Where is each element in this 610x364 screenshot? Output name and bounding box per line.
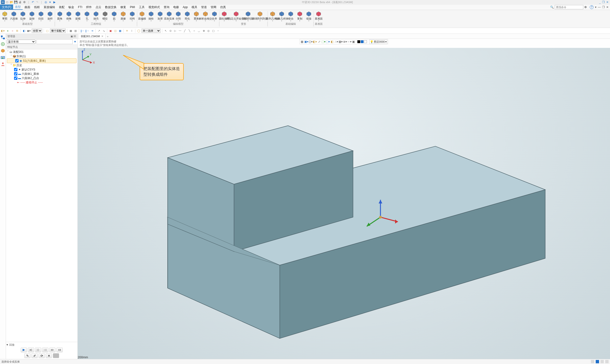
playback-reset-button[interactable]: ⟳	[39, 353, 45, 358]
vt-wire-icon[interactable]: ▦	[300, 40, 304, 44]
tb-circle-icon[interactable]: ◯	[137, 29, 141, 33]
vt-box2-icon[interactable]: ⬚▾	[326, 40, 330, 44]
tb-add-icon[interactable]: ＋	[6, 29, 10, 33]
ribbon-move-button[interactable]: 移动▾	[286, 11, 295, 22]
manager-view-select[interactable]: 显示常用	[7, 39, 36, 44]
manager-funnel-icon[interactable]: ▼	[74, 40, 77, 43]
menu-工具[interactable]: 工具	[137, 4, 146, 10]
doc-min-icon[interactable]: _	[599, 0, 601, 4]
vt-layer-combo[interactable]: 💡 图层0000 ▾	[369, 39, 388, 44]
manager-close-icon[interactable]: ☒	[74, 35, 76, 38]
doc-max-icon[interactable]: ❐	[602, 0, 605, 4]
tab-close-icon[interactable]: ✕	[101, 35, 104, 38]
tb-align2-icon[interactable]: ‖→	[85, 29, 89, 33]
menu-模具[interactable]: 模具	[190, 4, 199, 10]
strip-tree-icon[interactable]	[1, 35, 5, 39]
ribbon-simplify-button[interactable]: 简化▾	[183, 11, 192, 22]
menu-查询[interactable]: 查询	[162, 4, 171, 10]
tb-target-icon[interactable]: ⊙	[169, 29, 172, 33]
tb-sun-icon[interactable]: ☀	[125, 29, 129, 33]
tb-break-icon[interactable]: ◫	[113, 29, 117, 33]
help-dropdown-icon[interactable]: ▾	[595, 5, 597, 9]
ribbon-draft-button[interactable]: 拔模▾	[74, 11, 82, 22]
tree-h2-checkbox[interactable]	[14, 77, 17, 80]
menu-文件(F)[interactable]: 文件(F)	[0, 4, 13, 10]
qat-new-icon[interactable]: □	[5, 0, 9, 4]
ribbon-faceoff-button[interactable]: 面偏移▾	[138, 11, 146, 22]
tb-wire-icon[interactable]: ◎	[207, 29, 210, 33]
tb-pick-mode[interactable]: 单一选择	[142, 29, 161, 33]
ribbon-selfint-button[interactable]: 解析自相交▾	[201, 11, 210, 22]
menu-FTI[interactable]: FTI	[76, 4, 84, 10]
tree-h1-checkbox[interactable]	[14, 72, 17, 76]
tb-align3-icon[interactable]: ⇥	[90, 29, 94, 33]
search-input[interactable]	[555, 5, 583, 9]
vt-layer-icon[interactable]: ≣▾	[343, 40, 347, 44]
ribbon-addbody-button[interactable]: 添加实体▾	[165, 11, 173, 22]
menu-电极[interactable]: 电极	[171, 4, 181, 10]
menu-曲面[interactable]: 曲面	[23, 4, 32, 10]
playback-block-button[interactable]	[53, 353, 59, 358]
vt-blue-icon[interactable]	[361, 40, 363, 43]
ribbon-datum-button[interactable]: 基准面▾	[314, 11, 323, 22]
tb-line2-icon[interactable]: ╲	[188, 29, 191, 33]
viewport-3d[interactable]: 把装配图里的实体造 型转换成组件	[78, 48, 610, 359]
ribbon-scale-button[interactable]: 缩放▾	[305, 11, 313, 22]
menu-管道[interactable]: 管道	[199, 4, 209, 10]
ribbon-copy-button[interactable]: 复制▾	[296, 11, 304, 22]
ribbon-thicken-button[interactable]: 加厚▾	[156, 11, 164, 22]
vt-cube-icon[interactable]: ◧▾	[313, 40, 317, 44]
ribbon-hole-button[interactable]: 孔▾	[83, 11, 91, 22]
ribbon-box-button[interactable]: 六面体▾	[10, 11, 18, 22]
tb-grid1-icon[interactable]: ▦	[69, 29, 73, 33]
tb-pt-icon[interactable]: ⊕	[202, 29, 206, 33]
tree-h2[interactable]: ▬六面体2_凸台	[6, 76, 78, 80]
tree-entity-checkbox[interactable]	[15, 59, 19, 62]
tb-remove-icon[interactable]: －	[11, 29, 14, 33]
tb-filter-icon[interactable]: ◧▾	[1, 29, 5, 33]
ribbon-wrap-button[interactable]: 缠绕到面▾	[244, 11, 252, 22]
playback-fwd-button[interactable]	[49, 348, 55, 352]
strip-assembly-icon[interactable]	[1, 42, 5, 46]
vt-dim-icon[interactable]: ↔▾	[347, 40, 351, 44]
ribbon-sweep-button[interactable]: 扫掠▾	[37, 11, 45, 22]
ribbon-thread-button[interactable]: 螺纹▾	[101, 11, 109, 22]
tree-entity-item[interactable]: ◉S1(六面体1_基体)	[7, 58, 77, 63]
menu-点云[interactable]: 点云	[94, 4, 103, 10]
app-close-icon[interactable]: ✕	[606, 5, 609, 9]
status-icon2[interactable]	[596, 360, 599, 363]
tb-box-icon[interactable]: ▢	[211, 29, 215, 33]
menu-装配[interactable]: 装配	[57, 4, 66, 10]
tb-grid2-icon[interactable]: ▥	[74, 29, 78, 33]
ribbon-sketch-button[interactable]: 草图▾	[0, 11, 9, 22]
tree-build-stop[interactable]: ⇐----- 建模停止 -----	[6, 80, 78, 85]
qat-dropdown-icon[interactable]: ▾	[48, 0, 52, 4]
tree-root[interactable]: ˅🗂装配001	[6, 50, 78, 54]
ribbon-pattern-button[interactable]: 阵列几何体▾	[268, 11, 277, 22]
menu-焊件[interactable]: 焊件	[84, 4, 94, 10]
tb-curve-icon[interactable]: 〰	[178, 29, 182, 33]
playback-stepout-button[interactable]	[35, 348, 41, 352]
tb-circ-icon[interactable]: ○	[192, 29, 196, 33]
status-icon3[interactable]	[600, 360, 604, 363]
doc-close-icon[interactable]: ✕	[606, 0, 609, 4]
ribbon-rib-button[interactable]: 筋▾	[110, 11, 118, 22]
tb-arrow2-icon[interactable]: ↘	[102, 29, 105, 33]
tb-cube2-icon[interactable]: ▦	[118, 29, 122, 33]
ribbon-mirror-button[interactable]: 镜像几何体▾	[277, 11, 286, 22]
ribbon-pull-button[interactable]: 抽栓▾	[147, 11, 155, 22]
tb-cursor-icon[interactable]: ↖	[164, 29, 168, 33]
tb-selection-scope[interactable]: 全部	[32, 29, 42, 33]
vt-black-icon[interactable]	[357, 40, 360, 43]
tree-entity-group[interactable]: ˅📦实体(1)	[6, 54, 78, 58]
qat-more-icon[interactable]: ⚙	[22, 0, 26, 4]
ribbon-lip-button[interactable]: 唇缘▾	[119, 11, 128, 22]
strip-box-icon[interactable]	[1, 49, 5, 53]
tree-csys[interactable]: ✦默认CSYS	[6, 67, 78, 72]
strip-gallery-icon[interactable]	[1, 55, 5, 60]
status-icon4[interactable]	[605, 360, 609, 363]
manager-filter-input[interactable]	[37, 39, 73, 44]
menu-视觉样式[interactable]: 视觉样式	[146, 4, 162, 10]
vt-shade-icon[interactable]: ▣▾	[305, 40, 308, 44]
menu-App[interactable]: App	[181, 4, 190, 10]
